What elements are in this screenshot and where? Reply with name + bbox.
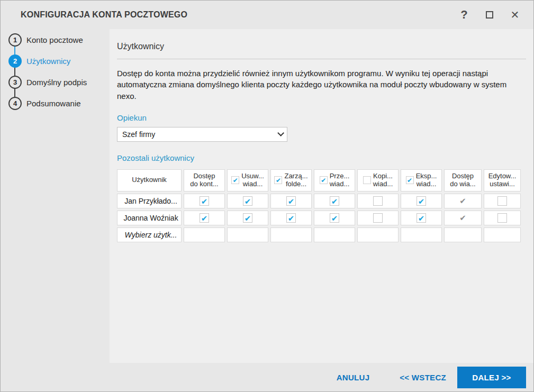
column-header-7: Dostępdo wia... bbox=[444, 169, 482, 192]
user-picker-cell[interactable]: Wybierz użytk... bbox=[117, 227, 182, 242]
column-header-label: Prze...wiad... bbox=[330, 172, 350, 188]
check-icon: ✔ bbox=[201, 214, 208, 222]
description-text: Dostęp do konta można przydzielić równie… bbox=[117, 68, 526, 102]
column-header-3: ✔Zarzą...folde... bbox=[270, 169, 312, 192]
permission-cell bbox=[357, 227, 399, 242]
main-panel: Użytkownicy Dostęp do konta można przydz… bbox=[110, 29, 533, 363]
user-name-cell: Jan Przykłado... bbox=[117, 194, 182, 208]
checkbox-checked[interactable]: ✔ bbox=[243, 213, 252, 223]
column-header-label: Dostępdo kont... bbox=[190, 172, 218, 188]
title-bar: KONFIGURACJA KONTA POCZTOWEGO ? ✕ bbox=[1, 1, 533, 29]
maximize-button[interactable] bbox=[481, 6, 499, 24]
column-header-0: Użytkownik bbox=[117, 169, 182, 192]
table-row: Jan Przykłado...✔✔✔✔✔✔ bbox=[117, 194, 521, 208]
check-icon: ✔ bbox=[233, 177, 238, 184]
step-number-badge: 2 bbox=[8, 54, 22, 68]
checkbox-unchecked[interactable] bbox=[497, 196, 507, 206]
step-connector bbox=[14, 45, 15, 55]
permission-cell bbox=[484, 211, 521, 225]
checkbox-unchecked[interactable] bbox=[497, 213, 507, 223]
column-header-content: Kopi...wiad... bbox=[358, 172, 397, 188]
checkbox-checked[interactable]: ✔ bbox=[417, 196, 426, 206]
checkbox-checked[interactable]: ✔ bbox=[320, 176, 328, 184]
permission-cell: ✔ bbox=[184, 211, 225, 225]
column-header-content: ✔Usuw...wiad... bbox=[228, 172, 267, 188]
permission-cell bbox=[444, 227, 482, 242]
step-label: Użytkownicy bbox=[26, 57, 70, 66]
checkbox-unchecked[interactable] bbox=[373, 213, 383, 223]
permission-cell: ✔ bbox=[401, 194, 442, 208]
cancel-button[interactable]: ANULUJ bbox=[337, 373, 370, 382]
next-button[interactable]: DALEJ >> bbox=[457, 367, 526, 388]
sidebar-step-1[interactable]: 1Konto pocztowe bbox=[1, 29, 110, 50]
column-header-content: ✔Eksp...wiad... bbox=[402, 172, 441, 188]
sidebar-step-4[interactable]: 4Podsumowanie bbox=[1, 93, 110, 114]
checkbox-checked[interactable]: ✔ bbox=[200, 213, 209, 223]
permission-cell bbox=[484, 227, 521, 242]
checkbox-checked[interactable]: ✔ bbox=[330, 196, 339, 206]
permission-cell bbox=[357, 194, 399, 208]
dialog-title: KONFIGURACJA KONTA POCZTOWEGO bbox=[21, 10, 455, 20]
footer-bar: ANULUJ << WSTECZ DALEJ >> bbox=[1, 363, 533, 391]
permission-cell bbox=[484, 194, 521, 208]
checkbox-checked[interactable]: ✔ bbox=[286, 213, 296, 223]
column-header-6: ✔Eksp...wiad... bbox=[401, 169, 442, 192]
column-header-4: ✔Prze...wiad... bbox=[314, 169, 355, 192]
steps-list: 1Konto pocztowe2Użytkownicy3Domyślny pod… bbox=[1, 29, 110, 114]
check-icon: ✔ bbox=[245, 214, 251, 222]
table-row: Wybierz użytk... bbox=[117, 227, 521, 242]
permission-cell: ✔ bbox=[314, 211, 355, 225]
help-button[interactable]: ? bbox=[455, 6, 473, 24]
checkbox-checked[interactable]: ✔ bbox=[406, 176, 414, 184]
caretaker-label: Opiekun bbox=[117, 113, 526, 122]
checkbox-unchecked[interactable] bbox=[363, 176, 371, 184]
checkbox-checked[interactable]: ✔ bbox=[274, 176, 282, 184]
back-button[interactable]: << WSTECZ bbox=[400, 373, 446, 382]
check-icon: ✔ bbox=[288, 214, 295, 222]
column-header-content: ✔Zarzą...folde... bbox=[271, 172, 311, 188]
checkbox-checked[interactable]: ✔ bbox=[243, 196, 252, 206]
check-icon: ✔ bbox=[276, 177, 281, 184]
checkbox-checked[interactable]: ✔ bbox=[200, 196, 209, 206]
close-icon: ✕ bbox=[511, 10, 520, 20]
checkbox-checked[interactable]: ✔ bbox=[286, 196, 296, 206]
permission-cell: ✔ bbox=[227, 194, 268, 208]
sidebar-step-2[interactable]: 2Użytkownicy bbox=[1, 50, 110, 71]
caretaker-selected-value: Szef firmy bbox=[122, 130, 277, 139]
chevron-down-icon bbox=[277, 130, 284, 136]
close-button[interactable]: ✕ bbox=[506, 6, 524, 24]
permission-cell: ✔ bbox=[184, 194, 225, 208]
user-name-cell: Joanna Woźniak bbox=[117, 211, 182, 225]
step-label: Domyślny podpis bbox=[26, 78, 87, 87]
page-title: Użytkownicy bbox=[117, 42, 526, 51]
column-header-content: ✔Prze...wiad... bbox=[315, 172, 354, 188]
permission-cell: ✔ bbox=[270, 194, 312, 208]
permission-cell: ✔ bbox=[314, 194, 355, 208]
checkbox-checked[interactable]: ✔ bbox=[231, 176, 239, 184]
checkbox-checked[interactable]: ✔ bbox=[330, 213, 339, 223]
permission-cell: ✔ bbox=[444, 194, 482, 208]
column-header-5: Kopi...wiad... bbox=[357, 169, 399, 192]
wizard-steps-sidebar: 1Konto pocztowe2Użytkownicy3Domyślny pod… bbox=[1, 29, 110, 363]
check-icon: ✔ bbox=[407, 177, 412, 184]
sidebar-step-3[interactable]: 3Domyślny podpis bbox=[1, 71, 110, 93]
column-header-label: Usuw...wiad... bbox=[241, 172, 264, 188]
checkbox-checked[interactable]: ✔ bbox=[417, 213, 426, 223]
check-icon: ✔ bbox=[201, 197, 208, 205]
other-users-label: Pozostali użytkownicy bbox=[117, 153, 526, 162]
help-icon: ? bbox=[460, 8, 467, 22]
column-header-content: Edytow...ustawi... bbox=[485, 172, 520, 188]
column-header-content: Dostępdo wia... bbox=[445, 172, 481, 188]
column-header-label: Edytow...ustawi... bbox=[488, 172, 517, 188]
step-connector bbox=[14, 88, 15, 97]
step-number-badge: 4 bbox=[8, 97, 22, 110]
column-header-label: Eksp...wiad... bbox=[416, 172, 437, 188]
table-row: Joanna Woźniak✔✔✔✔✔✔ bbox=[117, 211, 521, 225]
column-header-2: ✔Usuw...wiad... bbox=[227, 169, 268, 192]
step-number-badge: 3 bbox=[8, 76, 22, 89]
readonly-check-icon: ✔ bbox=[459, 213, 466, 222]
wizard-dialog: KONFIGURACJA KONTA POCZTOWEGO ? ✕ 1Konto… bbox=[0, 0, 534, 392]
caretaker-select[interactable]: Szef firmy bbox=[117, 127, 287, 142]
step-label: Konto pocztowe bbox=[26, 35, 83, 44]
checkbox-unchecked[interactable] bbox=[373, 196, 383, 206]
